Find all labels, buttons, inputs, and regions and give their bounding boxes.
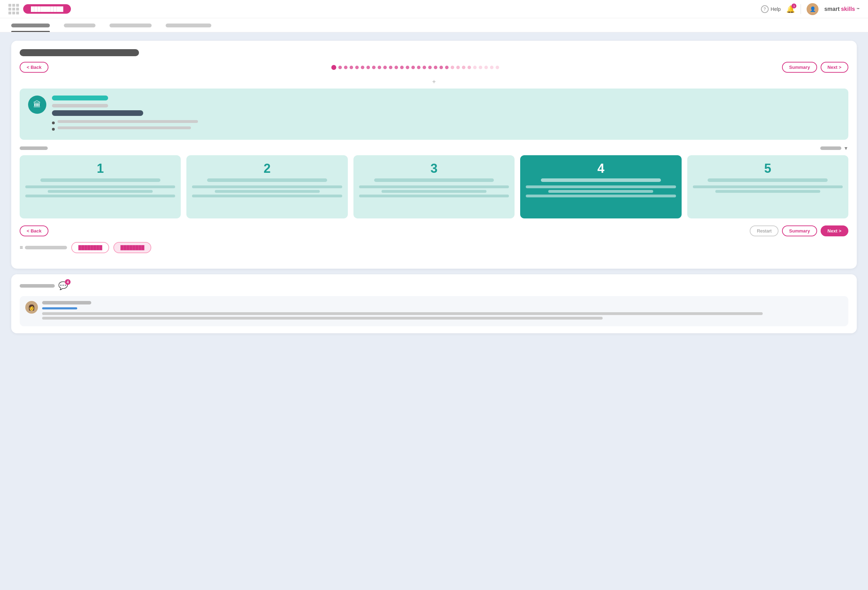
dot-15[interactable] (411, 66, 415, 69)
option-desc-1 (25, 185, 175, 199)
bottom-right-buttons: Restart Summary Next > (750, 225, 848, 237)
dot-3[interactable] (344, 66, 347, 69)
dot-19[interactable] (434, 66, 437, 69)
dot-6[interactable] (361, 66, 364, 69)
back-button-top[interactable]: < Back (20, 62, 49, 73)
avatar-image: 👤 (807, 3, 818, 15)
dot-26[interactable] (473, 66, 477, 69)
option-title-3 (374, 178, 494, 182)
filter-pill-1[interactable]: ████████ (71, 242, 109, 253)
nav-divider (801, 4, 801, 14)
dot-22[interactable] (451, 66, 454, 69)
question-title-bar (20, 49, 139, 56)
dot-27[interactable] (479, 66, 482, 69)
dot-4[interactable] (350, 66, 353, 69)
next-button-bottom[interactable]: Next > (821, 225, 848, 237)
option-desc-3 (359, 185, 509, 199)
comment-text-bar-1 (42, 312, 763, 315)
nav-row: < Back (20, 62, 848, 73)
sub-tab-1[interactable] (11, 18, 50, 32)
sub-tab-3[interactable] (109, 18, 152, 32)
option-title-4 (541, 178, 661, 182)
option-line-5a (693, 185, 843, 188)
option-card-5[interactable]: 5 (687, 155, 848, 219)
comments-label-bar (20, 284, 55, 288)
option-number-3: 3 (430, 162, 437, 175)
help-button[interactable]: ? Help (761, 5, 781, 13)
help-label: Help (771, 6, 781, 12)
sub-tab-4[interactable] (166, 18, 211, 32)
comment-avatar: 👩 (25, 301, 38, 313)
dot-8[interactable] (372, 66, 376, 69)
dot-21[interactable] (445, 66, 449, 69)
dot-28[interactable] (484, 66, 488, 69)
comment-badge: 4 (65, 279, 71, 285)
dot-16[interactable] (417, 66, 421, 69)
option-number-5: 5 (764, 162, 771, 175)
option-card-2[interactable]: 2 (186, 155, 347, 219)
dot-10[interactable] (383, 66, 387, 69)
grid-icon[interactable] (9, 4, 19, 15)
filter-icon-area: ≡ (20, 244, 67, 251)
content-teal-title (52, 96, 108, 101)
dot-13[interactable] (400, 66, 404, 69)
option-line-3a (359, 185, 509, 188)
summary-button-top[interactable]: Summary (782, 62, 817, 73)
dot-11[interactable] (389, 66, 393, 69)
option-desc-4 (526, 185, 676, 199)
dot-17[interactable] (422, 66, 426, 69)
chevron-down-icon: ▼ (843, 145, 848, 151)
comments-icon-wrapper: 💬 4 (58, 281, 68, 290)
bullet-line-2 (58, 126, 191, 129)
bullet-line-1 (58, 120, 198, 123)
dot-25[interactable] (468, 66, 471, 69)
option-card-3[interactable]: 3 (353, 155, 515, 219)
comment-name-bar (42, 301, 91, 305)
option-line-2a (192, 185, 342, 188)
option-line-2b (215, 190, 320, 193)
nav-right-buttons: Summary Next > (782, 62, 848, 73)
option-card-4[interactable]: 4 (520, 155, 681, 219)
filter-text-bar (25, 246, 67, 249)
option-line-2c (192, 195, 342, 197)
dot-7[interactable] (366, 66, 370, 69)
sub-tab-2[interactable] (64, 18, 96, 32)
next-button-top[interactable]: Next > (821, 62, 848, 73)
dot-30[interactable] (496, 66, 499, 69)
main-content: < Back (0, 32, 868, 342)
dot-29[interactable] (490, 66, 493, 69)
top-nav-right: ? Help 🔔 1 👤 smartskills™ (761, 3, 859, 15)
dot-20[interactable] (440, 66, 443, 69)
filter-pill-2[interactable]: ████████ (114, 242, 151, 253)
option-title-1 (40, 178, 160, 182)
plus-row: + (20, 78, 848, 86)
top-nav-left: ██████████ (9, 4, 71, 15)
dot-9[interactable] (378, 66, 381, 69)
summary-button-bottom[interactable]: Summary (782, 225, 817, 237)
dot-1[interactable] (331, 65, 336, 70)
plus-icon[interactable]: + (432, 78, 436, 85)
dot-14[interactable] (406, 66, 409, 69)
dot-2[interactable] (338, 66, 342, 69)
option-title-2 (207, 178, 327, 182)
sub-tab-2-label (64, 24, 96, 27)
content-heading (52, 110, 143, 116)
dot-23[interactable] (456, 66, 460, 69)
dot-18[interactable] (428, 66, 432, 69)
avatar[interactable]: 👤 (807, 3, 818, 15)
app-pill[interactable]: ██████████ (23, 4, 71, 14)
bullet-lines (52, 120, 840, 131)
sort-control[interactable]: ▼ (820, 145, 848, 151)
option-card-1[interactable]: 1 (20, 155, 181, 219)
filter-lines-icon: ≡ (20, 244, 23, 251)
dot-5[interactable] (355, 66, 359, 69)
notifications-button[interactable]: 🔔 1 (786, 5, 795, 13)
smartskills-logo: smartskills™ (824, 6, 859, 12)
dot-12[interactable] (394, 66, 398, 69)
option-desc-5 (693, 185, 843, 195)
option-line-1b (48, 190, 153, 193)
dot-24[interactable] (462, 66, 465, 69)
restart-button[interactable]: Restart (750, 225, 778, 237)
back-button-bottom[interactable]: < Back (20, 225, 49, 237)
option-title-5 (708, 178, 828, 182)
